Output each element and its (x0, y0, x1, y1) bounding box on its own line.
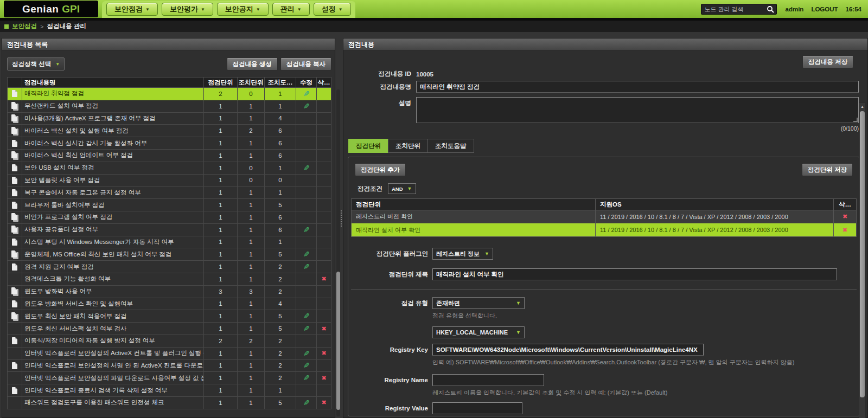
check-type-select[interactable]: 존재하면 ▼ (432, 297, 525, 309)
nav-menu-1[interactable]: 보안평가▼ (162, 3, 213, 16)
check-list-row[interactable]: 윈도우 최신 서비스팩 설치 여부 검사115✎✖ (8, 323, 331, 335)
check-list-row[interactable]: 미사용(3개월) ActiveX 프로그램 존재 여부 점검114 (8, 113, 331, 125)
unit-title-input[interactable] (432, 268, 837, 280)
right-panel-scrollbar[interactable]: ▲ ▼ (859, 102, 866, 418)
delete-x-icon[interactable]: ✖ (843, 227, 847, 234)
action-unit-cell: 2 (238, 335, 265, 347)
check-list-row[interactable]: 보안 USB 설치 여부 점검101✎ (8, 162, 331, 175)
edit-pencil-icon[interactable]: ✎ (303, 361, 310, 370)
action-unit-cell: 1 (238, 384, 265, 396)
check-unit-cell: 1 (204, 150, 238, 162)
edit-pencil-icon[interactable]: ✎ (303, 312, 310, 320)
save-check-button[interactable]: 점검내용 저장 (802, 55, 853, 68)
top-bar: Genian GPI 보안점검▼보안평가▼보안공지▼관리▼설정▼ admin L… (0, 0, 868, 18)
edit-pencil-icon[interactable]: ✎ (303, 262, 310, 271)
check-list-row[interactable]: 바이러스 백신 최신 업데이트 여부 점검116 (8, 150, 331, 162)
delete-x-icon[interactable]: ✖ (321, 275, 326, 282)
delete-x-icon[interactable]: ✖ (321, 325, 326, 332)
check-list-row[interactable]: 시스템 부팅 시 Windows Messenger가 자동 시작 여부111 (8, 236, 331, 249)
condition-select[interactable]: AND ▼ (388, 183, 416, 194)
registry-key-input[interactable] (432, 344, 704, 356)
check-list-row[interactable]: 인터넷 익스플로러 보안설정의 서명 안 된 ActiveX 컨트롤 다운로드 … (8, 360, 331, 372)
logo-text-gpi: GPI (62, 3, 80, 15)
delete-x-icon[interactable]: ✖ (843, 213, 847, 220)
resize-grip-icon[interactable] (853, 118, 858, 122)
edit-pencil-icon[interactable]: ✎ (303, 89, 310, 98)
document-icon (12, 177, 17, 184)
breadcrumb-section[interactable]: 보안점검 (12, 22, 37, 30)
tab-1[interactable]: 조치단위 (388, 139, 428, 153)
nav-menu-2[interactable]: 보안공지▼ (217, 3, 269, 16)
check-list-row[interactable]: 인터넷 익스플로러 보안설정의 ActiveX 컨트롤 및 플러그인 실행 설정… (8, 348, 331, 360)
check-name-input[interactable] (416, 81, 859, 93)
registry-hive-select[interactable]: HKEY_LOCAL_MACHINE ▼ (432, 326, 525, 338)
tab-0[interactable]: 점검단위 (348, 139, 388, 153)
check-list-row[interactable]: 사용자 공유폴더 설정 여부116✎ (8, 224, 331, 236)
edit-pencil-icon[interactable]: ✎ (303, 374, 310, 382)
action-unit-cell: 1 (238, 261, 265, 273)
edit-pencil-icon[interactable]: ✎ (303, 398, 310, 407)
create-check-button[interactable]: 점검내용 생성 (227, 57, 278, 70)
action-help-cell: 6 (265, 150, 296, 162)
check-list-row[interactable]: 매직라인 취약점 점검201✎ (8, 88, 331, 100)
row-icon-cell (8, 211, 22, 223)
unit-row[interactable]: 레지스트리 버전 확인11 / 2019 / 2016 / 10 / 8.1 /… (352, 210, 856, 223)
delete-x-icon[interactable]: ✖ (321, 375, 326, 382)
check-list-row[interactable]: 윈도우 방화벽 서비스 확인 및 실행여부114 (8, 298, 331, 311)
delete-x-icon[interactable]: ✖ (321, 350, 326, 357)
check-list-row[interactable]: 바이러스 백신 설치 및 실행 여부 점검126 (8, 125, 331, 137)
scrollbar-thumb[interactable] (336, 272, 340, 410)
check-list-row[interactable]: 윈도우 최신 보안 패치 적용여부 점검115✎ (8, 310, 331, 323)
registry-name-input[interactable] (432, 374, 544, 386)
add-unit-button[interactable]: 점검단위 추가 (355, 163, 406, 176)
edit-pencil-icon[interactable]: ✎ (303, 324, 310, 333)
check-list-row[interactable]: 보안 템플릿 사용 여부 점검100 (8, 175, 331, 187)
node-search-box[interactable] (701, 4, 777, 15)
unit-row[interactable]: 매직라인 설치 여부 확인11 / 2019 / 2016 / 10 / 8.1… (352, 223, 856, 236)
check-list-row[interactable]: 윈도우 방화벽 사용 여부332 (8, 286, 331, 298)
description-textarea[interactable] (416, 97, 859, 123)
edit-pencil-icon[interactable]: ✎ (303, 349, 310, 358)
check-list-row[interactable]: 무선랜카드 설치 여부 점검111✎ (8, 100, 331, 113)
action-unit-cell: 1 (238, 323, 265, 335)
action-help-cell: 1 (265, 162, 296, 174)
check-list-row[interactable]: 인터넷 익스플로러 종료시 검색 기록 삭제 설정 여부111 (8, 384, 331, 397)
logout-link[interactable]: LOGOUT (811, 6, 838, 12)
edit-pencil-icon[interactable]: ✎ (303, 164, 310, 172)
nav-menu-4[interactable]: 설정▼ (314, 3, 351, 16)
check-list-row[interactable]: 이동식/저장 미디어의 자동 실행 방지 설정 여부222 (8, 335, 331, 348)
check-unit-cell: 1 (204, 199, 238, 211)
username-label[interactable]: admin (786, 6, 804, 12)
nav-menu-0[interactable]: 보안점검▼ (106, 3, 158, 16)
edit-pencil-icon[interactable]: ✎ (303, 250, 310, 259)
action-help-cell: 6 (265, 137, 296, 149)
check-list-row[interactable]: 원격데스크톱 기능 활성화 여부112✖ (8, 273, 331, 286)
edit-pencil-icon[interactable]: ✎ (303, 102, 310, 111)
tab-2[interactable]: 조치도움말 (427, 139, 474, 153)
check-list-row[interactable]: 원격 지원 금지 여부 점검112✎ (8, 261, 331, 273)
check-list-row[interactable]: 패스워드 점검도구를 이용한 패스워드 안전성 체크115✎✖ (8, 397, 331, 409)
check-name-label: 점검내용명 (348, 83, 411, 91)
panel-splitter-grip[interactable] (340, 210, 342, 228)
scroll-up-icon[interactable]: ▲ (859, 103, 865, 110)
edit-pencil-icon[interactable]: ✎ (303, 226, 310, 234)
left-list-scrollbar[interactable] (336, 89, 340, 416)
chevron-down-icon: ▼ (55, 62, 60, 67)
registry-value-input[interactable] (432, 402, 522, 414)
check-list-row[interactable]: 바이러스 백신 실시간 감시 기능 활성화 여부116 (8, 137, 331, 150)
check-name-cell: 바이러스 백신 설치 및 실행 여부 점검 (22, 125, 204, 137)
policy-select-dropdown[interactable]: 점검정책 선택 ▼ (7, 57, 65, 70)
check-list-row[interactable]: 브라우저 툴바 설치여부 점검115 (8, 199, 331, 211)
search-icon[interactable] (767, 5, 774, 13)
delete-x-icon[interactable]: ✖ (321, 399, 326, 406)
nav-menu-3[interactable]: 관리▼ (272, 3, 310, 16)
plugin-select[interactable]: 레지스트리 정보 ▼ (432, 248, 493, 260)
save-unit-button[interactable]: 점검단위 저장 (802, 163, 853, 176)
check-list-row[interactable]: 인터넷 익스플로러 보안설정의 파일 다운로드 사용여부 설정 값 점검112✎… (8, 372, 331, 384)
check-list-row[interactable]: 비인가 프로그램 설치 여부 점검116 (8, 211, 331, 224)
check-list-row[interactable]: 운영체제, MS Office의 최신 보안 패치 설치 여부 점검115✎ (8, 248, 331, 261)
search-input[interactable] (705, 6, 767, 12)
copy-check-button[interactable]: 점검내용 복사 (280, 57, 331, 70)
check-list-row[interactable]: 복구 콘솔에서 자동 로그온 금지 설정 여부111 (8, 187, 331, 199)
scrollbar-thumb[interactable] (860, 111, 865, 397)
